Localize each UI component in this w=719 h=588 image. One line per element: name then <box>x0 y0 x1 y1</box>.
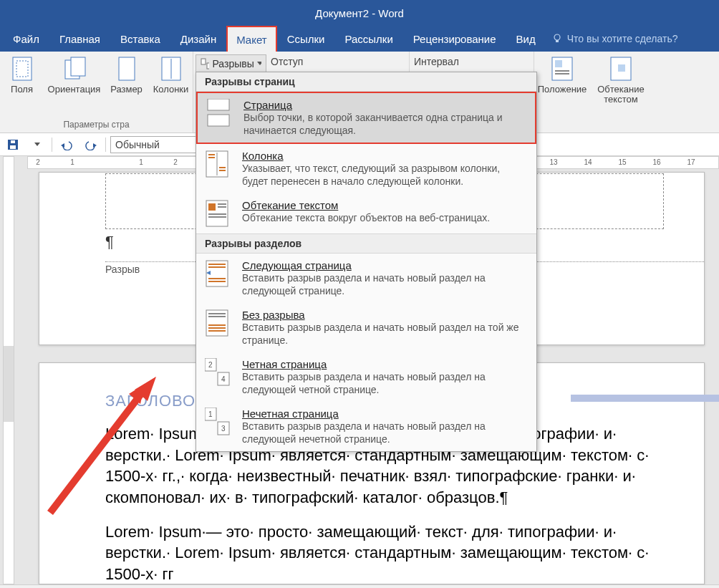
page-breaks-section-header: Разрывы страниц <box>196 72 536 92</box>
qat-dropdown[interactable] <box>27 135 47 154</box>
columns-button[interactable]: Колонки <box>150 54 192 95</box>
break-continuous-title: Без разрыва <box>242 309 528 321</box>
break-page-item[interactable]: Страница Выбор точки, в которой заканчив… <box>196 92 536 144</box>
svg-rect-25 <box>219 170 226 171</box>
size-button[interactable]: Размер <box>106 54 148 95</box>
break-textwrap-title: Обтекание текстом <box>242 199 528 211</box>
svg-rect-9 <box>201 59 206 64</box>
breaks-dropdown-button[interactable]: Разрывы <box>196 54 266 73</box>
break-evenpage-desc: Вставить разрыв раздела и начать новый р… <box>242 371 528 396</box>
tab-review[interactable]: Рецензирование <box>403 26 506 52</box>
svg-rect-5 <box>71 57 85 76</box>
tab-view[interactable]: Вид <box>506 26 546 52</box>
ribbon-tabs: Файл Главная Вставка Дизайн Макет Ссылки… <box>0 26 719 52</box>
breaks-icon <box>201 58 209 69</box>
break-page-title: Страница <box>243 99 526 111</box>
break-column-item[interactable]: Колонка Указывает, что текст, следующий … <box>196 144 536 193</box>
save-icon <box>7 139 19 150</box>
break-continuous-item[interactable]: Без разрыва Вставить разрыв раздела и на… <box>196 303 536 352</box>
wrap-icon <box>608 56 634 83</box>
svg-marker-55 <box>34 143 40 146</box>
ruler-tick: 14 <box>584 158 592 166</box>
svg-rect-17 <box>618 64 625 72</box>
position-icon <box>549 56 575 83</box>
svg-rect-33 <box>208 264 226 265</box>
break-oddpage-item[interactable]: 13 Нечетная страница Вставить разрыв раз… <box>196 402 536 451</box>
svg-rect-27 <box>208 203 216 211</box>
page-break-icon <box>206 99 232 127</box>
svg-rect-31 <box>208 216 226 218</box>
ruler-tick: 1 <box>70 158 74 166</box>
svg-rect-24 <box>219 167 226 168</box>
svg-marker-11 <box>257 62 261 65</box>
indent-group-header: Отступ <box>271 56 405 67</box>
ruler-tick: 16 <box>652 158 660 166</box>
body-paragraph-2: Lorem· Ipsum·— это· просто· замещающий· … <box>105 521 682 584</box>
save-button[interactable] <box>3 135 23 154</box>
continuous-break-icon <box>205 309 231 337</box>
svg-rect-43 <box>208 330 226 332</box>
evenpage-break-icon: 24 <box>205 358 231 387</box>
break-page-desc: Выбор точки, в которой заканчивается одн… <box>243 112 526 137</box>
svg-rect-39 <box>208 313 226 314</box>
break-textwrap-desc: Обтекание текста вокруг объектов на веб-… <box>242 212 528 225</box>
break-nextpage-title: Следующая страница <box>242 259 528 271</box>
break-oddpage-desc: Вставить разрыв раздела и начать новый р… <box>242 420 528 445</box>
orientation-button[interactable]: Ориентация <box>46 54 103 95</box>
svg-rect-40 <box>208 316 226 317</box>
svg-rect-6 <box>119 57 135 80</box>
tab-layout[interactable]: Макет <box>226 26 276 52</box>
redo-icon <box>85 139 97 150</box>
columns-icon <box>160 56 182 83</box>
svg-rect-34 <box>208 266 226 268</box>
svg-rect-42 <box>208 327 226 329</box>
break-column-title: Колонка <box>242 150 528 162</box>
svg-rect-23 <box>208 157 215 158</box>
margins-button[interactable]: Поля <box>1 54 43 95</box>
break-continuous-desc: Вставить разрыв раздела и начать новый р… <box>242 322 528 347</box>
wrap-text-button[interactable]: Обтекание текстом <box>593 54 649 105</box>
ruler-tick: 2 <box>36 158 40 166</box>
tab-insert[interactable]: Вставка <box>110 26 170 52</box>
nextpage-break-icon <box>205 259 231 288</box>
redo-button[interactable] <box>81 135 101 154</box>
tab-file[interactable]: Файл <box>3 26 49 52</box>
section-breaks-section-header: Разрывы разделов <box>196 233 536 254</box>
svg-rect-1 <box>556 40 559 42</box>
break-nextpage-desc: Вставить разрыв раздела и начать новый р… <box>242 272 528 297</box>
ruler-tick: 15 <box>618 158 626 166</box>
svg-rect-14 <box>555 70 569 72</box>
break-nextpage-item[interactable]: Следующая страница Вставить разрыв разде… <box>196 254 536 303</box>
break-evenpage-item[interactable]: 24 Четная страница Вставить разрыв разде… <box>196 352 536 402</box>
break-evenpage-title: Четная страница <box>242 358 528 370</box>
heading-highlight <box>571 395 719 402</box>
svg-text:2: 2 <box>208 361 213 369</box>
size-icon <box>116 56 137 83</box>
svg-rect-41 <box>208 324 226 326</box>
tab-references[interactable]: Ссылки <box>277 26 335 52</box>
svg-rect-19 <box>208 115 229 126</box>
vertical-ruler[interactable] <box>3 156 14 584</box>
svg-text:4: 4 <box>221 375 226 383</box>
svg-rect-36 <box>208 281 226 282</box>
svg-rect-22 <box>208 154 215 155</box>
svg-text:3: 3 <box>221 425 226 433</box>
svg-rect-35 <box>208 278 226 279</box>
tab-mailings[interactable]: Рассылки <box>334 26 402 52</box>
svg-text:1: 1 <box>208 410 213 418</box>
chevron-down-icon <box>34 143 40 147</box>
svg-rect-30 <box>208 213 226 215</box>
tell-me-search[interactable]: Что вы хотите сделать? <box>551 33 678 44</box>
svg-rect-13 <box>555 60 562 67</box>
status-bar: СТРАНИЦА: 5 Раздел: 1 Страница 5 из 5 На… <box>0 584 719 588</box>
spacing-group-header: Интервал <box>414 56 529 67</box>
undo-button[interactable] <box>57 135 77 154</box>
tab-design[interactable]: Дизайн <box>170 26 226 52</box>
break-textwrap-item[interactable]: Обтекание текстом Обтекание текста вокру… <box>196 193 536 233</box>
undo-icon <box>60 139 73 150</box>
position-button[interactable]: Положение <box>534 54 590 105</box>
column-break-icon <box>205 150 231 178</box>
tab-home[interactable]: Главная <box>49 26 110 52</box>
break-column-desc: Указывает, что текст, следующий за разры… <box>242 163 528 188</box>
title-bar: Документ2 - Word <box>0 0 719 26</box>
